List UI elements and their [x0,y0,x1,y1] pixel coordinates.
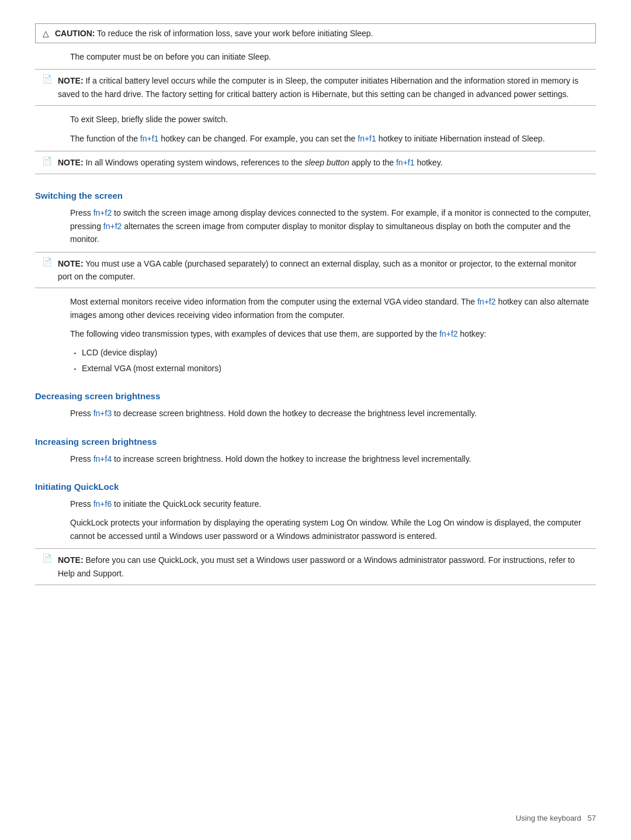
section-heading-increasing: Increasing screen brightness [35,437,596,447]
page-footer: Using the keyboard 57 [516,814,596,822]
quicklock-para2: QuickLock protects your information by d… [70,516,596,542]
note-box-quicklock: 📄 NOTE: Before you can use QuickLock, yo… [35,548,596,585]
increasing-para: Press fn+f4 to increase screen brightnes… [70,452,596,465]
note-icon-quicklock: 📄 [42,554,52,563]
list-item: External VGA (most external monitors) [82,362,596,375]
section-heading-decreasing: Decreasing screen brightness [35,391,596,401]
section-heading-quicklock: Initiating QuickLock [35,482,596,492]
note-box-switching: 📄 NOTE: You must use a VGA cable (purcha… [35,252,596,289]
note-text-2: NOTE: In all Windows operating system wi… [58,156,443,169]
switching-para1: Press fn+f2 to switch the screen image a… [70,206,596,246]
switching-para3: The following video transmission types, … [70,327,596,340]
para-fn-f1-change: The function of the fn+f1 hotkey can be … [70,132,596,145]
caution-icon: △ [43,29,49,38]
note-icon-2: 📄 [42,156,52,165]
note-icon-switching: 📄 [42,257,52,267]
decreasing-para: Press fn+f3 to decrease screen brightnes… [70,407,596,420]
note-box-1: 📄 NOTE: If a critical battery level occu… [35,69,596,106]
note-icon-1: 📄 [42,74,52,84]
quicklock-para1: Press fn+f6 to initiate the QuickLock se… [70,497,596,510]
para-exit-sleep: To exit Sleep, briefly slide the power s… [70,113,596,126]
list-item: LCD (device display) [82,346,596,359]
caution-label: CAUTION: To reduce the risk of informati… [55,29,373,38]
section-heading-switching: Switching the screen [35,191,596,201]
switching-para2: Most external monitors receive video inf… [70,295,596,322]
switching-bullet-list: LCD (device display) External VGA (most … [82,346,596,375]
para-sleep-on: The computer must be on before you can i… [70,50,596,63]
note-text-switching: NOTE: You must use a VGA cable (purchase… [58,257,589,284]
note-box-2: 📄 NOTE: In all Windows operating system … [35,151,596,174]
note-text-quicklock: NOTE: Before you can use QuickLock, you … [58,554,589,580]
caution-box: △ CAUTION: To reduce the risk of informa… [35,23,596,43]
note-text-1: NOTE: If a critical battery level occurs… [58,74,589,101]
